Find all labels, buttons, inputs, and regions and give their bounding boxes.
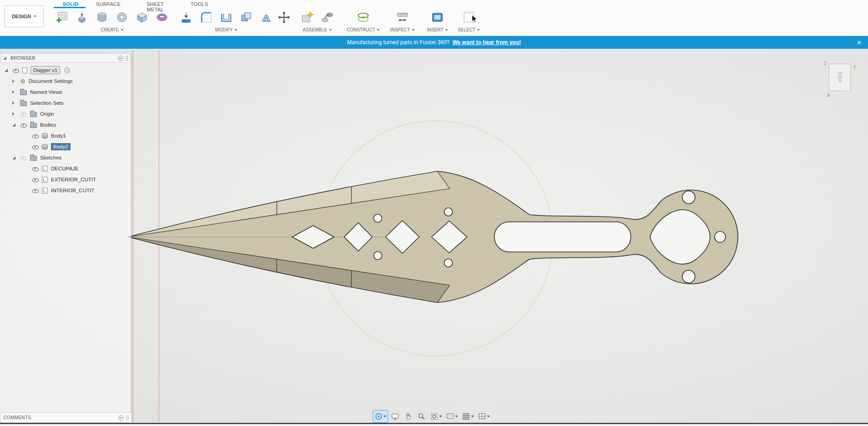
visibility-eye-icon[interactable] [12, 67, 19, 73]
chevron-down-icon [121, 29, 123, 31]
expand-arrow-icon[interactable] [12, 101, 17, 105]
nav-grid-snaps-button[interactable] [461, 411, 475, 422]
comments-bar[interactable]: COMMENTS [0, 412, 132, 423]
chevron-down-icon [477, 29, 480, 31]
extrude-icon[interactable] [73, 9, 91, 26]
handle-slot-cutout [494, 222, 631, 252]
visibility-eye-icon[interactable] [20, 154, 27, 161]
active-tab-underline [54, 7, 86, 8]
body-icon [42, 133, 48, 139]
expand-arrow-icon[interactable] [12, 79, 17, 83]
viewcube-top-face[interactable]: TOP [829, 64, 851, 91]
construct-plane-icon[interactable] [354, 9, 372, 26]
visibility-eye-icon[interactable] [20, 122, 27, 128]
modify-menu[interactable]: MODIFY [215, 27, 238, 32]
select-box-icon[interactable] [460, 9, 478, 26]
browser-item-body2[interactable]: Body2 [0, 141, 131, 152]
visibility-eye-icon[interactable] [20, 111, 27, 117]
browser-item-body1[interactable]: Body1 [0, 130, 131, 141]
chevron-down-icon [439, 416, 442, 417]
activate-radio-icon[interactable] [64, 67, 70, 73]
toolbar-group-construct: CONSTRUCT [344, 9, 382, 32]
nav-display-settings-button[interactable] [445, 411, 459, 422]
fillet-icon[interactable] [197, 9, 215, 26]
axis-z-label: Z [824, 61, 827, 66]
sketch-icon [42, 177, 48, 183]
visibility-eye-icon[interactable] [32, 133, 39, 139]
expand-arrow-icon[interactable] [12, 90, 17, 94]
create-menu[interactable]: CREATE [101, 27, 123, 32]
expand-arrow-icon[interactable] [12, 112, 17, 116]
nav-look-at-button[interactable] [389, 411, 401, 422]
tab-tools[interactable]: TOOLS [188, 1, 211, 7]
assemble-menu[interactable]: ASSEMBLE [303, 27, 332, 32]
browser-item-sketches[interactable]: Sketches [0, 152, 131, 163]
panel-collapse-icon[interactable] [3, 56, 8, 60]
navigation-toolbar [373, 411, 491, 422]
insert-canvas-icon[interactable] [428, 9, 447, 26]
construct-label: CONSTRUCT [347, 27, 376, 32]
comments-title: COMMENTS [3, 415, 31, 420]
design-workspace-menu[interactable]: DESIGN [5, 5, 44, 27]
hole-icon[interactable] [113, 9, 131, 26]
offset-face-icon[interactable] [257, 9, 275, 26]
expand-arrow-icon[interactable] [12, 156, 17, 159]
create-form-icon[interactable] [153, 9, 171, 26]
combine-icon[interactable] [237, 9, 255, 26]
create-sketch-icon[interactable] [53, 9, 71, 26]
toolbar-group-create: CREATE [53, 9, 171, 32]
folder-icon [30, 156, 37, 161]
nav-viewports-button[interactable] [477, 411, 491, 422]
new-component-icon[interactable] [298, 9, 316, 26]
move-copy-icon[interactable] [275, 9, 293, 26]
nav-zoom-button[interactable] [416, 411, 427, 422]
collapse-all-icon[interactable] [118, 56, 123, 61]
nav-pan-button[interactable] [402, 411, 414, 422]
chevron-down-icon [487, 416, 490, 417]
select-menu[interactable]: SELECT [458, 27, 480, 32]
browser-item-sketch-decupaje[interactable]: DECUPAJE [0, 163, 131, 174]
shell-icon[interactable] [217, 9, 235, 26]
nav-orbit-button[interactable] [373, 411, 388, 422]
banner-link[interactable]: We want to hear from you! [452, 39, 521, 46]
browser-item-sketch-exterior[interactable]: EXTERIOR_CUTIT [0, 174, 131, 185]
browser-item-origin[interactable]: Origin [0, 108, 131, 119]
expand-arrow-icon[interactable] [5, 69, 9, 72]
item-label: Selection Sets [30, 100, 64, 106]
tab-surface[interactable]: SURFACE [93, 1, 123, 7]
browser-item-document-settings[interactable]: ⚙ Document Settings [0, 76, 131, 87]
revolve-icon[interactable] [93, 9, 111, 26]
visibility-eye-icon[interactable] [32, 187, 39, 194]
tab-solid[interactable]: SOLID [57, 1, 84, 7]
collapse-all-icon[interactable] [118, 415, 124, 421]
measure-icon[interactable] [393, 9, 411, 26]
toolbar-group-modify: MODIFY [176, 9, 277, 32]
item-label: Sketches [40, 155, 61, 160]
dagger-model[interactable] [128, 171, 738, 303]
main-toolbar: DESIGN SOLID SURFACE SHEET METAL TOOLS [0, 0, 868, 36]
panel-grip-icon[interactable] [126, 56, 128, 61]
panel-grip-icon[interactable] [127, 415, 128, 420]
insert-menu[interactable]: INSERT [427, 27, 448, 32]
visibility-eye-icon[interactable] [32, 176, 39, 183]
construct-menu[interactable]: CONSTRUCT [347, 27, 380, 32]
expand-arrow-icon[interactable] [12, 123, 17, 127]
view-cube[interactable]: Z Y TOP X [825, 61, 857, 99]
joint-icon[interactable] [318, 9, 336, 26]
inspect-menu[interactable]: INSPECT [390, 27, 414, 32]
press-pull-icon[interactable] [177, 9, 195, 26]
box-primitive-icon[interactable] [133, 9, 151, 26]
visibility-eye-icon[interactable] [32, 144, 39, 150]
toolbar-group-assemble: ASSEMBLE [296, 9, 339, 32]
item-label: Named Views [30, 89, 62, 95]
visibility-eye-icon[interactable] [32, 165, 39, 172]
browser-header[interactable]: BROWSER [0, 53, 131, 63]
banner-close-button[interactable]: ✕ [857, 36, 862, 49]
browser-item-sketch-interior[interactable]: INTERIOR_CUTIT [0, 185, 131, 196]
item-label: Document Settings [29, 78, 73, 84]
browser-item-selection-sets[interactable]: Selection Sets [0, 98, 131, 108]
nav-fit-button[interactable] [429, 411, 443, 422]
browser-item-root-component[interactable]: Dagger v1 [0, 65, 131, 76]
browser-item-named-views[interactable]: Named Views [0, 87, 131, 98]
browser-item-bodies[interactable]: Bodies [0, 119, 131, 130]
